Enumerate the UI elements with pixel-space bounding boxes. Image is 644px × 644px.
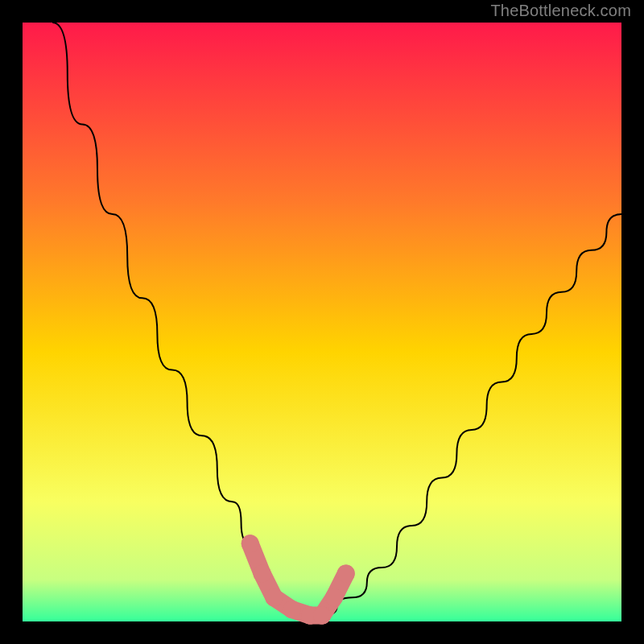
marker-dot <box>325 588 343 606</box>
marker-dot <box>254 564 271 582</box>
bottleneck-chart-svg <box>0 0 644 644</box>
marker-dot <box>265 588 283 606</box>
marker-dot <box>337 564 355 582</box>
chart-frame: TheBottleneck.com <box>0 0 644 644</box>
marker-dot <box>313 607 331 625</box>
plot-background <box>23 23 621 621</box>
marker-dot <box>242 535 259 552</box>
marker-dot <box>283 601 301 618</box>
watermark-text: TheBottleneck.com <box>490 2 631 20</box>
